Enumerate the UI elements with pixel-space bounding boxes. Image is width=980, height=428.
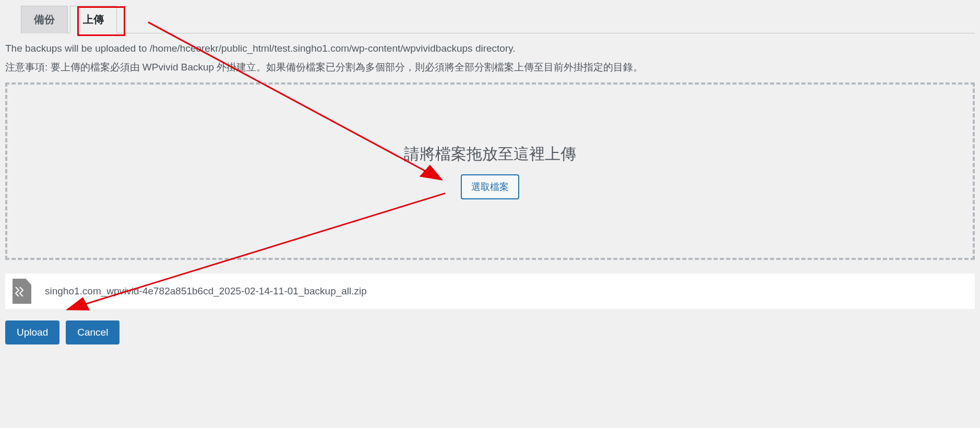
cancel-button[interactable]: Cancel bbox=[66, 320, 119, 344]
dropzone-instruction: 請將檔案拖放至這裡上傳 bbox=[404, 144, 576, 165]
uploaded-file-name: singho1.com_wpvivid-4e782a851b6cd_2025-0… bbox=[45, 286, 367, 297]
upload-directory-info: The backups will be uploaded to /home/hc… bbox=[5, 43, 975, 54]
tabs-row: 備份 上傳 bbox=[21, 5, 975, 33]
tab-upload[interactable]: 上傳 bbox=[70, 6, 117, 33]
tab-backup[interactable]: 備份 bbox=[21, 6, 68, 33]
uploaded-file-row: singho1.com_wpvivid-4e782a851b6cd_2025-0… bbox=[5, 274, 975, 309]
action-buttons-row: Upload Cancel bbox=[5, 320, 975, 344]
main-container: 備份 上傳 The backups will be uploaded to /h… bbox=[5, 5, 975, 344]
upload-button[interactable]: Upload bbox=[5, 320, 59, 344]
upload-notice: 注意事項: 要上傳的檔案必須由 WPvivid Backup 外掛建立。如果備份… bbox=[5, 61, 975, 74]
select-file-button[interactable]: 選取檔案 bbox=[461, 174, 519, 199]
zip-file-icon bbox=[13, 279, 31, 304]
file-dropzone[interactable]: 請將檔案拖放至這裡上傳 選取檔案 bbox=[5, 82, 975, 260]
